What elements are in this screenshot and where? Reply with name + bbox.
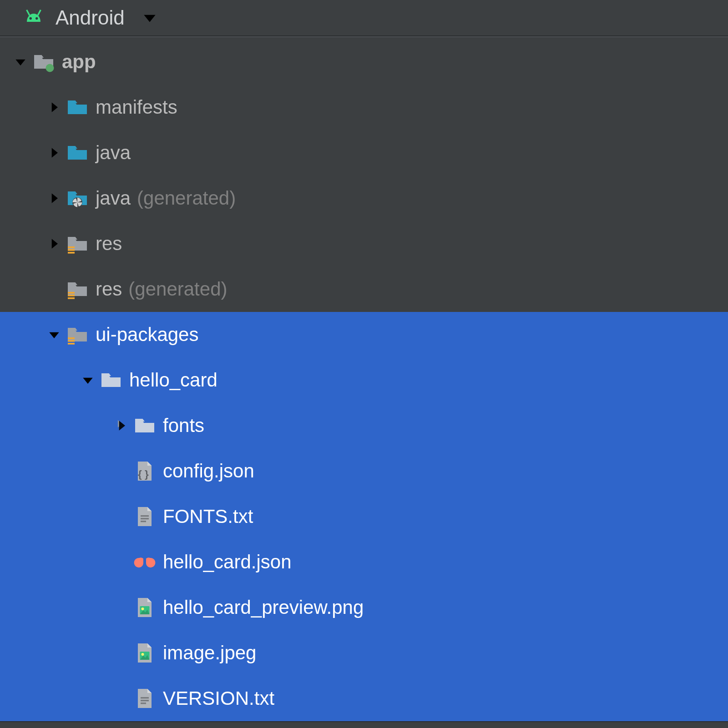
tree-node-label: fonts [163,415,204,437]
chevron-right-icon [47,146,61,160]
tree-node-label: java [96,142,131,164]
tree-node-res-generated[interactable]: res (generated) [0,266,728,312]
tree-node-manifests[interactable]: manifests [0,85,728,130]
folder-icon [66,142,88,164]
tree-node-label: manifests [96,96,177,118]
tree-node-label: java [96,187,131,209]
tree-node-image-jpeg[interactable]: image.jpeg [0,630,728,676]
tree-node-label: hello_card [129,369,217,391]
generated-folder-icon [66,187,88,209]
tree-node-label: image.jpeg [163,642,256,664]
tree-node-label: VERSION.txt [163,688,274,709]
chevron-right-icon [114,418,129,433]
project-view-header[interactable]: Android [0,0,728,36]
folder-icon [134,415,156,437]
relay-icon [134,551,156,573]
tree-node-suffix: (generated) [137,187,236,209]
folder-icon [100,369,122,391]
tree-node-label: FONTS.txt [163,506,253,527]
tree-node-fonts[interactable]: fonts [0,403,728,448]
resource-folder-icon [66,233,88,255]
tree-node-label: ui-packages [96,324,198,346]
project-view-label: Android [56,6,125,29]
tree-node-hello-card-json[interactable]: hello_card.json [0,539,728,585]
chevron-right-icon [47,236,61,251]
tree-node-label: hello_card.json [163,551,292,573]
tree-node-res[interactable]: res [0,221,728,266]
tree-node-ui-packages[interactable]: ui-packages [0,312,728,357]
tree-node-hello-card[interactable]: hello_card [0,357,728,403]
tree-node-fonts-txt[interactable]: FONTS.txt [0,494,728,539]
tree-node-config-json[interactable]: config.json [0,448,728,494]
tree-node-label: hello_card_preview.png [163,597,364,618]
tree-node-preview-png[interactable]: hello_card_preview.png [0,585,728,630]
text-file-icon [134,688,156,709]
project-tree[interactable]: app manifests java java (generated) res … [0,36,728,728]
dropdown-chevron-icon[interactable] [141,9,158,26]
resource-folder-icon [66,324,88,346]
module-folder-icon [33,51,55,73]
tree-node-suffix: (generated) [128,278,227,300]
resource-folder-icon [66,278,88,300]
text-file-icon [134,506,156,527]
tree-node-gradle-scripts[interactable]: Gradle Scripts [0,721,728,728]
tree-node-version-txt[interactable]: VERSION.txt [0,676,728,721]
image-file-icon [134,642,156,664]
chevron-down-icon [13,55,28,69]
tree-node-app[interactable]: app [0,39,728,85]
tree-node-label: res [96,278,122,300]
chevron-down-icon [47,327,61,342]
json-file-icon [134,460,156,482]
chevron-right-icon [47,191,61,206]
image-file-icon [134,597,156,618]
tree-node-label: app [62,51,96,73]
chevron-down-icon [81,373,95,387]
tree-node-java-generated[interactable]: java (generated) [0,176,728,221]
tree-node-label: config.json [163,460,254,482]
folder-icon [66,96,88,118]
android-icon [23,7,45,29]
tree-node-java[interactable]: java [0,130,728,176]
chevron-right-icon [47,100,61,115]
tree-node-label: res [96,233,122,255]
